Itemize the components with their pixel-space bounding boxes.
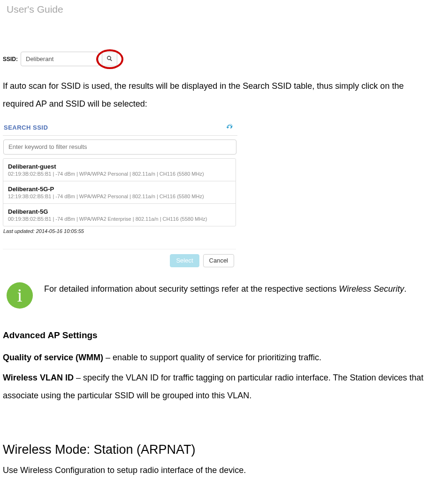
ssid-search-button[interactable]	[102, 52, 117, 66]
last-updated: Last updated: 2014-05-16 10:05:55	[3, 226, 237, 234]
result-name: Deliberant-5G	[8, 208, 231, 215]
vlan-setting: Wireless VLAN ID – specify the VLAN ID f…	[0, 366, 434, 405]
intro-paragraph: If auto scan for SSID is used, the resul…	[0, 66, 434, 118]
result-name: Deliberant-5G-P	[8, 186, 231, 193]
advanced-heading: Advanced AP Settings	[0, 313, 434, 346]
page-title: User's Guide	[0, 0, 434, 19]
ssid-input[interactable]	[21, 52, 99, 66]
search-icon	[107, 55, 113, 63]
list-item[interactable]: Deliberant-5G 00:19:3B:02:B5:B1 | -74 dB…	[3, 204, 236, 226]
info-text: For detailed information about security …	[33, 282, 406, 295]
search-ssid-title: SEARCH SSID	[4, 124, 48, 131]
wmm-text: – enable to support quality of service f…	[103, 353, 321, 362]
ssid-label: SSID:	[3, 56, 21, 62]
list-item[interactable]: Deliberant-5G-P 12:19:3B:02:B5:B1 | -74 …	[3, 181, 236, 204]
vlan-label: Wireless VLAN ID	[3, 373, 74, 382]
result-detail: 02:19:3B:02:B5:B1 | -74 dBm | WPA/WPA2 P…	[8, 171, 231, 177]
info-icon: i	[7, 282, 33, 309]
info-ital: Wireless Security	[339, 284, 404, 294]
ssid-field-row: SSID:	[0, 19, 434, 66]
result-detail: 12:19:3B:02:B5:B1 | -74 dBm | WPA/WPA2 P…	[8, 194, 231, 199]
select-button[interactable]: Select	[170, 254, 199, 267]
info-post: .	[404, 284, 406, 294]
station-heading: Wireless Mode: Station (ARPNAT)	[0, 405, 434, 464]
panel-footer: Select Cancel	[3, 249, 236, 270]
list-item[interactable]: Deliberant-guest 02:19:3B:02:B5:B1 | -74…	[3, 159, 236, 181]
filter-input[interactable]	[3, 140, 236, 155]
cancel-button[interactable]: Cancel	[203, 254, 234, 267]
info-pre: For detailed information about security …	[44, 284, 339, 294]
wmm-setting: Quality of service (WMM) – enable to sup…	[0, 346, 434, 367]
search-ssid-panel: SEARCH SSID Deliberant-guest 02:19:3B:02…	[3, 121, 237, 270]
result-detail: 00:19:3B:02:B5:B1 | -74 dBm | WPA/WPA2 E…	[8, 216, 231, 222]
refresh-icon[interactable]	[225, 123, 234, 132]
result-name: Deliberant-guest	[8, 163, 231, 170]
result-list: Deliberant-guest 02:19:3B:02:B5:B1 | -74…	[3, 158, 236, 226]
wmm-label: Quality of service (WMM)	[3, 353, 103, 362]
closing-text: Use Wireless Configuration to setup radi…	[0, 464, 434, 485]
info-note: i For detailed information about securit…	[0, 270, 434, 313]
